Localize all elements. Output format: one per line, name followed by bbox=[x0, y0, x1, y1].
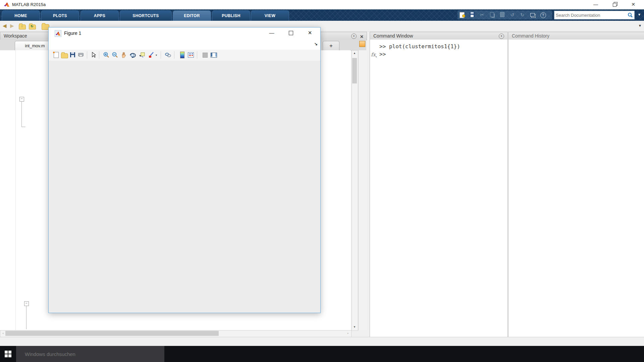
message-summary-indicator[interactable] bbox=[359, 41, 365, 47]
redo-icon[interactable]: ↻ bbox=[519, 11, 526, 18]
switch-windows-icon[interactable] bbox=[529, 11, 536, 18]
browse-folder-icon[interactable]: ↻ bbox=[29, 24, 36, 29]
zoom-out-icon[interactable] bbox=[112, 52, 118, 58]
matlab-titlebar: MATLAB R2015a — ✕ bbox=[0, 0, 644, 9]
brush-dropdown-icon[interactable]: ▾ bbox=[155, 52, 158, 58]
restore-button[interactable] bbox=[607, 0, 622, 9]
command-prompt[interactable]: >> bbox=[379, 51, 386, 58]
figure-minimize-button[interactable]: — bbox=[264, 28, 279, 38]
pan-icon[interactable] bbox=[120, 52, 127, 58]
fx-icon[interactable]: fx▾ bbox=[371, 52, 377, 58]
desktop: MATLAB R2015a — ✕ HOMEPLOTSAPPSSHORTCUTS… bbox=[0, 0, 644, 362]
plot-canvas[interactable] bbox=[49, 61, 320, 313]
status-bar: ▲ bbox=[0, 337, 644, 346]
quick-access-toolbar: ✂ ↺ ↻ ? bbox=[458, 10, 552, 19]
start-button[interactable] bbox=[0, 346, 16, 362]
link-plot-icon[interactable] bbox=[165, 52, 171, 58]
command-window-menu-icon[interactable]: ▾ bbox=[499, 34, 504, 39]
copy-icon[interactable] bbox=[488, 11, 496, 18]
close-button[interactable]: ✕ bbox=[626, 0, 641, 9]
taskbar-search-input[interactable] bbox=[24, 351, 153, 357]
ribbon-tab-apps[interactable]: APPS bbox=[80, 10, 119, 21]
folder-dropdown-icon[interactable]: ▼ bbox=[638, 24, 642, 27]
scroll-left-icon[interactable]: ‹ bbox=[0, 331, 6, 336]
matlab-logo-icon bbox=[4, 2, 10, 7]
new-document-tab-button[interactable]: + bbox=[323, 41, 339, 51]
pointer-icon[interactable] bbox=[90, 52, 97, 58]
undo-icon[interactable]: ↺ bbox=[508, 11, 516, 18]
fold-bracket-hook bbox=[21, 127, 25, 127]
figure-window[interactable]: Figure 1 — ✕ ↘ ▾ bbox=[48, 27, 321, 313]
scroll-down-icon[interactable]: ▼ bbox=[352, 324, 357, 330]
scroll-right-icon[interactable]: › bbox=[345, 331, 351, 336]
editor-hscroll-thumb[interactable] bbox=[5, 331, 219, 336]
help-icon[interactable]: ? bbox=[539, 11, 547, 18]
zoom-in-icon[interactable] bbox=[103, 52, 110, 58]
fold-marker-line7[interactable]: − bbox=[19, 97, 24, 102]
windows-logo-icon bbox=[5, 351, 11, 357]
taskbar-search-box[interactable] bbox=[16, 346, 164, 362]
up-folder-icon[interactable]: ↑ bbox=[19, 24, 26, 29]
figure-dock-icon[interactable]: ↘ bbox=[314, 42, 318, 46]
ribbon-tab-view[interactable]: VIEW bbox=[251, 10, 289, 21]
message-indicator-bar[interactable] bbox=[358, 50, 367, 330]
fold-marker-line34[interactable]: − bbox=[24, 301, 29, 306]
editor-horizontal-scrollbar[interactable]: ‹ › bbox=[0, 330, 352, 337]
ribbon-tab-publish[interactable]: PUBLISH bbox=[212, 10, 250, 21]
ribbon-tab-editor[interactable]: EDITOR bbox=[173, 10, 211, 21]
new-figure-icon[interactable] bbox=[53, 52, 59, 58]
ribbon-tab-home[interactable]: HOME bbox=[2, 10, 40, 21]
command-window[interactable]: >> plot(clustermitos1{1}) fx▾ >> bbox=[370, 40, 508, 337]
search-icon[interactable] bbox=[628, 12, 633, 18]
insert-colorbar-icon[interactable] bbox=[179, 52, 185, 58]
figure-titlebar[interactable]: Figure 1 — ✕ bbox=[49, 27, 320, 40]
show-plot-tools-icon[interactable] bbox=[210, 52, 217, 58]
editor-panel-menu-icon[interactable]: ▾ bbox=[351, 34, 357, 39]
data-cursor-icon[interactable] bbox=[139, 52, 145, 58]
window-title: MATLAB R2015a bbox=[12, 2, 46, 7]
figure-matlab-icon bbox=[55, 30, 61, 37]
scroll-up-icon[interactable]: ▲ bbox=[352, 51, 357, 56]
command-window-title: Command Window bbox=[373, 33, 413, 39]
workspace-title: Workspace bbox=[4, 33, 27, 39]
editor-vscroll-thumb[interactable] bbox=[352, 58, 357, 83]
figure-menubar bbox=[49, 40, 320, 50]
open-file-icon[interactable] bbox=[61, 52, 67, 58]
figure-maximize-button[interactable] bbox=[283, 28, 298, 38]
command-history-header[interactable]: Command History bbox=[508, 32, 644, 40]
toolstrip-ribbon: HOMEPLOTSAPPSSHORTCUTSEDITORPUBLISHVIEW … bbox=[0, 9, 644, 21]
figure-close-button[interactable]: ✕ bbox=[303, 28, 317, 38]
fold-bracket-line bbox=[21, 101, 22, 127]
figure-toolbar: ▾ bbox=[49, 50, 320, 61]
save-figure-icon[interactable] bbox=[69, 52, 76, 58]
brush-icon[interactable] bbox=[148, 52, 155, 58]
cut-icon[interactable]: ✂ bbox=[478, 11, 486, 18]
search-documentation-input[interactable] bbox=[554, 13, 628, 18]
ribbon-tab-shortcuts[interactable]: SHORTCUTS bbox=[120, 10, 172, 21]
command-window-header[interactable]: Command Window ▾ bbox=[370, 32, 508, 40]
new-script-icon[interactable] bbox=[458, 11, 466, 18]
insert-legend-icon[interactable] bbox=[187, 52, 194, 58]
toolstrip-collapse-icon[interactable]: ▼ bbox=[638, 13, 641, 16]
forward-icon[interactable]: ▶ bbox=[10, 23, 16, 28]
minimize-button[interactable]: — bbox=[588, 0, 603, 9]
paste-icon[interactable] bbox=[498, 11, 506, 18]
command-history[interactable] bbox=[508, 40, 644, 337]
gutter-divider bbox=[15, 50, 16, 330]
command-history-line: >> plot(clustermitos1{1}) bbox=[379, 43, 460, 50]
hide-plot-tools-icon[interactable] bbox=[202, 52, 208, 58]
save-icon[interactable] bbox=[468, 11, 476, 18]
print-figure-icon[interactable] bbox=[77, 52, 84, 58]
ribbon-tab-plots[interactable]: PLOTS bbox=[41, 10, 79, 21]
rotate-3d-icon[interactable] bbox=[129, 52, 136, 58]
back-icon[interactable]: ◀ bbox=[3, 23, 9, 28]
command-history-title: Command History bbox=[512, 33, 549, 39]
search-documentation-box[interactable] bbox=[554, 11, 635, 19]
fold-bracket-line2 bbox=[26, 306, 26, 329]
figure-title: Figure 1 bbox=[64, 31, 81, 36]
editor-vertical-scrollbar[interactable]: ▲ ▼ bbox=[352, 50, 358, 331]
